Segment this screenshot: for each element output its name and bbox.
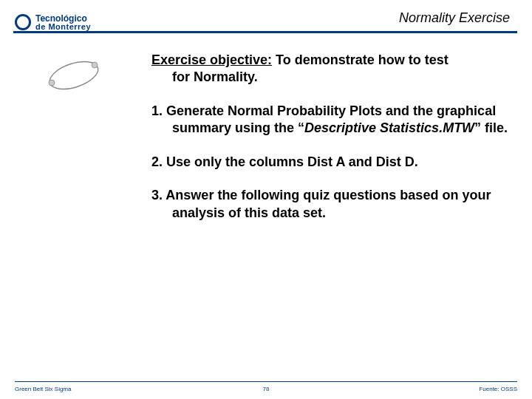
- content-area: Exercise objective: To demonstrate how t…: [151, 52, 510, 238]
- step-text-pre: Use only the columns Dist A and Dist D.: [166, 154, 418, 169]
- svg-point-0: [47, 56, 102, 94]
- step-text-post: ” file.: [474, 120, 508, 135]
- step-number: 1.: [151, 103, 163, 118]
- footer-left: Green Belt Six Sigma: [15, 386, 71, 392]
- list-item: 1. Generate Normal Probability Plots and…: [151, 103, 510, 137]
- objective-rest: for Normality.: [151, 69, 510, 86]
- steps-list: 1. Generate Normal Probability Plots and…: [151, 103, 510, 222]
- step-number: 2.: [151, 154, 163, 169]
- title-divider: [13, 31, 517, 33]
- footer-right: Fuente: OSSS: [479, 386, 517, 392]
- step-text-pre: Answer the following quiz questions base…: [166, 188, 491, 219]
- svg-point-2: [92, 62, 98, 68]
- list-item: 3. Answer the following quiz questions b…: [151, 187, 510, 222]
- page-number: 78: [263, 386, 270, 392]
- list-item: 2. Use only the columns Dist A and Dist …: [151, 154, 510, 171]
- objective-label: Exercise objective:: [151, 52, 272, 67]
- step-text-ital: Descriptive Statistics.MTW: [304, 120, 474, 135]
- orbit-icon: [44, 53, 103, 98]
- page-title: Normality Exercise: [399, 10, 510, 26]
- svg-point-1: [49, 80, 55, 86]
- exercise-objective: Exercise objective: To demonstrate how t…: [151, 52, 510, 85]
- footer: Green Belt Six Sigma 78 Fuente: OSSS: [15, 381, 517, 395]
- objective-lead: To demonstrate how to test: [276, 52, 449, 67]
- step-number: 3.: [151, 188, 163, 202]
